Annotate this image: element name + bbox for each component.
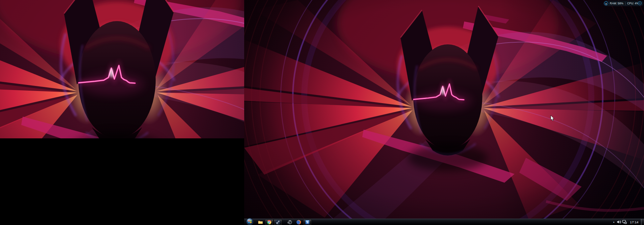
windows-explorer-icon	[258, 220, 263, 225]
taskbar-button-explorer[interactable]	[256, 219, 265, 225]
primary-monitor-desktop[interactable]	[244, 0, 644, 225]
mouse-cursor	[550, 115, 554, 121]
wallpaper-left	[0, 0, 244, 138]
start-button[interactable]	[246, 218, 254, 225]
dual-monitor-desktop: { "wallpaper": { "name": "DJ Sona Kineti…	[0, 0, 644, 225]
wallpaper-right	[244, 0, 644, 225]
volume-button[interactable]	[616, 219, 622, 225]
taskbar-button-steam[interactable]	[274, 219, 282, 225]
taskbar-button-s-app[interactable]: S	[303, 219, 312, 225]
widget-expand-button[interactable]: +	[638, 1, 642, 5]
chrome-icon	[267, 220, 272, 225]
secondary-monitor-desktop[interactable]	[0, 0, 244, 138]
steam-icon	[275, 220, 280, 225]
taskbar-button-firefox[interactable]	[294, 219, 303, 225]
firefox-icon	[296, 220, 301, 225]
speaker-icon	[617, 220, 621, 224]
blue-s-app-icon: S	[305, 220, 310, 225]
system-monitor-widget: ▲ RAM: 58% CPU: 4%	[604, 1, 643, 6]
network-icon	[622, 220, 627, 224]
svg-text:S: S	[306, 220, 308, 224]
monitor-gauge-icon: ▲	[604, 1, 608, 5]
system-tray: ▲ 17:14	[611, 219, 644, 225]
show-desktop-button[interactable]	[641, 219, 644, 225]
taskbar-clock[interactable]: 17:14	[628, 219, 641, 225]
widget-divider	[625, 2, 626, 5]
cpu-usage-label: CPU: 4%	[627, 2, 639, 5]
taskbar-button-obs[interactable]	[286, 219, 294, 225]
ram-usage-label: RAM: 58%	[610, 2, 624, 5]
network-button[interactable]	[622, 219, 628, 225]
taskbar-app-buttons: S	[256, 219, 312, 225]
show-hidden-icons-button[interactable]: ▲	[611, 219, 616, 225]
taskbar: S ▲ 17:14	[244, 219, 644, 225]
obs-studio-icon	[287, 220, 292, 225]
taskbar-button-chrome[interactable]	[265, 219, 273, 225]
